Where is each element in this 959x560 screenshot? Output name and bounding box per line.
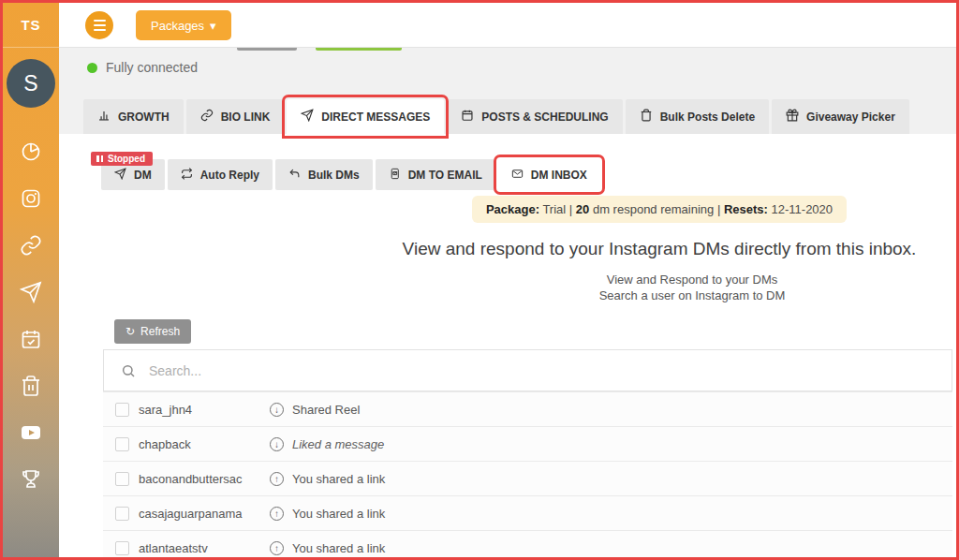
paper-plane-icon[interactable]	[19, 280, 43, 304]
subtab-label: DM	[134, 169, 152, 182]
packages-button-label: Packages	[151, 19, 204, 33]
tab-giveaway-picker[interactable]: Giveaway Picker	[772, 99, 909, 134]
tab-bio-link[interactable]: BIO LINK	[186, 99, 285, 134]
tab-bulk-posts-delete[interactable]: Bulk Posts Delete	[626, 99, 769, 134]
calendar-icon	[461, 109, 474, 125]
stopped-badge-label: Stopped	[108, 154, 145, 164]
package-label: Package:	[486, 202, 539, 216]
subtab-label: Auto Reply	[200, 169, 259, 182]
partial-button-underline-gray	[237, 48, 297, 51]
row-checkbox[interactable]	[115, 541, 129, 555]
chevron-down-icon: ▾	[210, 19, 216, 33]
trash-icon[interactable]	[19, 374, 43, 398]
dm-preview: Shared Reel	[292, 403, 360, 417]
dm-username: baconandbuttersac	[139, 472, 243, 486]
account-header: Fully connected GROWTH BIO LINK DIRECT M…	[59, 48, 956, 134]
hamburger-menu-icon[interactable]	[85, 11, 113, 39]
dm-username: sara_jhn4	[139, 403, 192, 417]
resets-value: 12-11-2020	[772, 202, 834, 216]
tab-label: Bulk Posts Delete	[660, 111, 755, 124]
refresh-button[interactable]: ↻ Refresh	[114, 319, 191, 344]
dm-preview: Liked a message	[292, 437, 384, 451]
subtab-label: Bulk DMs	[308, 169, 360, 182]
dm-username: chapback	[139, 437, 191, 451]
refresh-label: Refresh	[140, 325, 180, 338]
dm-row[interactable]: atlantaeatstv ↑ You shared a link	[103, 530, 952, 557]
tab-label: GROWTH	[118, 111, 170, 124]
separator: |	[717, 202, 720, 216]
stopped-status-badge: Stopped	[91, 152, 153, 166]
resets-label: Resets:	[724, 202, 768, 216]
dm-preview: You shared a link	[292, 472, 385, 486]
calendar-check-icon[interactable]	[19, 327, 43, 351]
tab-growth[interactable]: GROWTH	[83, 99, 184, 134]
inbox-subline-2: Search a user on Instagram to DM	[434, 288, 951, 302]
dm-row[interactable]: casajaguarpanama ↑ You shared a link	[103, 495, 952, 530]
envelope-icon	[511, 168, 524, 183]
main-tabs: GROWTH BIO LINK DIRECT MESSAGES POSTS & …	[83, 99, 909, 134]
connected-dot-icon	[87, 63, 97, 73]
pie-chart-icon[interactable]	[19, 140, 43, 164]
dm-subtabs: DM Auto Reply Bulk DMs DM TO EMAIL DM IN…	[101, 159, 600, 190]
reply-icon	[288, 168, 301, 183]
row-checkbox[interactable]	[115, 437, 129, 451]
sidebar: TS S	[3, 3, 59, 557]
trophy-icon[interactable]	[19, 467, 43, 492]
pause-icon	[96, 155, 103, 162]
connection-status-label: Fully connected	[106, 60, 198, 75]
link-icon[interactable]	[19, 233, 43, 258]
inbox-subline-1: View and Respond to your DMs	[434, 273, 951, 287]
dm-username: atlantaeatstv	[139, 541, 208, 555]
app-logo: TS	[3, 3, 59, 48]
subtab-bulk-dms[interactable]: Bulk DMs	[275, 159, 373, 190]
search-icon	[121, 363, 136, 378]
subtab-dm-inbox[interactable]: DM INBOX	[498, 159, 600, 190]
row-checkbox[interactable]	[115, 403, 129, 417]
row-checkbox[interactable]	[115, 472, 129, 486]
trash-icon	[640, 109, 653, 125]
sidebar-nav	[3, 140, 59, 492]
search-input[interactable]	[136, 363, 952, 378]
dm-list: sara_jhn4 ↓ Shared Reel chapback ↓ Liked…	[103, 391, 952, 557]
arrow-up-circle-icon: ↑	[270, 472, 284, 486]
partial-button-underline-green	[316, 48, 402, 51]
youtube-icon[interactable]	[19, 420, 43, 445]
inbox-intro: Package: Trial | 20 dm respond remaining…	[368, 134, 951, 223]
search-box	[103, 349, 952, 391]
paper-plane-icon	[301, 109, 314, 125]
subtab-label: DM INBOX	[531, 169, 587, 182]
dm-inbox-panel: Stopped DM Auto Reply Bulk DMs DM TO EMA…	[59, 134, 956, 557]
tab-label: DIRECT MESSAGES	[321, 111, 430, 124]
inbox-heading: View and respond to your Instagram DMs d…	[368, 239, 951, 259]
remaining-count: 20	[576, 202, 589, 216]
dm-row[interactable]: sara_jhn4 ↓ Shared Reel	[103, 391, 952, 426]
tab-label: Giveaway Picker	[806, 111, 895, 124]
subtab-auto-reply[interactable]: Auto Reply	[168, 159, 273, 190]
refresh-icon: ↻	[125, 325, 135, 338]
dm-username: casajaguarpanama	[139, 507, 243, 521]
dm-preview: You shared a link	[292, 541, 385, 555]
packages-button[interactable]: Packages ▾	[136, 10, 231, 40]
instagram-icon[interactable]	[19, 186, 43, 211]
connection-status: Fully connected	[87, 60, 198, 75]
arrow-down-circle-icon: ↓	[270, 437, 284, 451]
arrow-up-circle-icon: ↑	[270, 507, 284, 521]
avatar[interactable]: S	[7, 59, 55, 108]
tab-label: POSTS & SCHEDULING	[481, 111, 608, 124]
dm-preview: You shared a link	[292, 507, 385, 521]
link-icon	[200, 109, 214, 125]
package-value: Trial	[542, 202, 566, 216]
tab-label: BIO LINK	[221, 111, 271, 124]
remaining-text: dm respond remaining	[593, 202, 714, 216]
row-checkbox[interactable]	[115, 507, 129, 521]
tab-posts-scheduling[interactable]: POSTS & SCHEDULING	[447, 99, 622, 134]
repeat-icon	[181, 168, 193, 183]
arrow-up-circle-icon: ↑	[270, 541, 284, 555]
dm-row[interactable]: chapback ↓ Liked a message	[103, 426, 952, 461]
dm-row[interactable]: baconandbuttersac ↑ You shared a link	[103, 461, 952, 495]
package-banner: Package: Trial | 20 dm respond remaining…	[472, 196, 847, 223]
arrow-down-circle-icon: ↓	[270, 403, 284, 417]
gift-icon	[786, 109, 799, 125]
paper-plane-icon	[114, 168, 126, 183]
tab-direct-messages[interactable]: DIRECT MESSAGES	[287, 99, 444, 134]
